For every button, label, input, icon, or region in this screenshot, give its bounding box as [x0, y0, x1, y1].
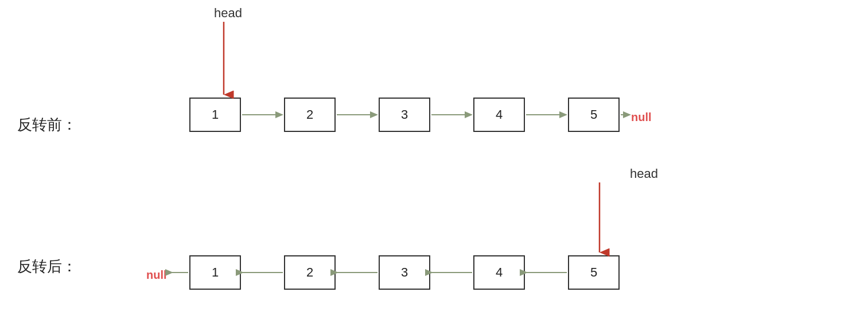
after-node-1: 1: [189, 255, 241, 290]
arrows-svg: [0, 0, 868, 323]
before-node-2: 2: [284, 98, 336, 132]
after-label: 反转后：: [17, 256, 77, 277]
after-node-5: 5: [568, 255, 620, 290]
linked-list-diagram: 反转前： 反转后： head head 1 2 3 4 5 null 1 2 3…: [0, 0, 868, 323]
before-null: null: [631, 111, 652, 124]
after-node-4: 4: [473, 255, 525, 290]
before-node-1: 1: [189, 98, 241, 132]
before-node-5: 5: [568, 98, 620, 132]
before-label: 反转前：: [17, 115, 77, 135]
before-node-3: 3: [379, 98, 430, 132]
after-node-3: 3: [379, 255, 430, 290]
after-node-2: 2: [284, 255, 336, 290]
head-label-before: head: [214, 6, 242, 21]
before-node-4: 4: [473, 98, 525, 132]
after-null: null: [146, 268, 167, 282]
head-label-after: head: [630, 166, 658, 181]
